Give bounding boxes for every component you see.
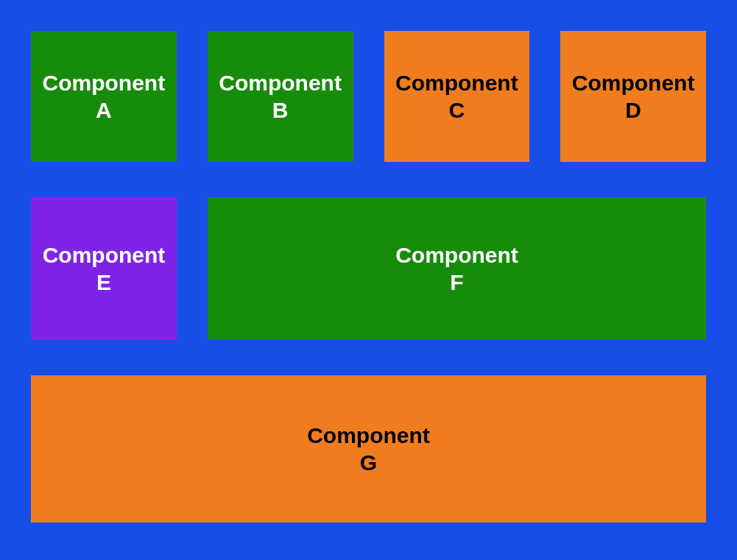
component-f-label-line2: F (450, 269, 463, 297)
component-a-label-line2: A (96, 96, 112, 124)
component-b-label-line1: Component (219, 69, 342, 97)
component-g-label-line1: Component (307, 422, 430, 450)
component-f-label-line1: Component (395, 241, 518, 269)
component-g-label-line2: G (360, 449, 377, 477)
row-1: Component A Component B Component C Comp… (31, 31, 706, 162)
row-3: Component G (31, 375, 706, 522)
component-g: Component G (31, 375, 706, 522)
component-a-label-line1: Component (43, 69, 166, 97)
component-c: Component C (384, 31, 530, 162)
component-f: Component F (208, 197, 706, 340)
component-c-label-line1: Component (395, 69, 518, 97)
component-d-label-line2: D (625, 96, 641, 124)
component-e-label-line1: Component (43, 241, 166, 269)
component-e-label-line2: E (96, 269, 111, 297)
component-d-label-line1: Component (572, 69, 695, 97)
component-a: Component A (31, 31, 177, 162)
component-e: Component E (31, 197, 177, 340)
component-d: Component D (560, 31, 706, 162)
component-b: Component B (208, 31, 353, 162)
component-b-label-line2: B (272, 96, 289, 124)
component-c-label-line2: C (449, 96, 465, 124)
row-2: Component E Component F (31, 197, 706, 340)
diagram-container: Component A Component B Component C Comp… (0, 0, 737, 560)
